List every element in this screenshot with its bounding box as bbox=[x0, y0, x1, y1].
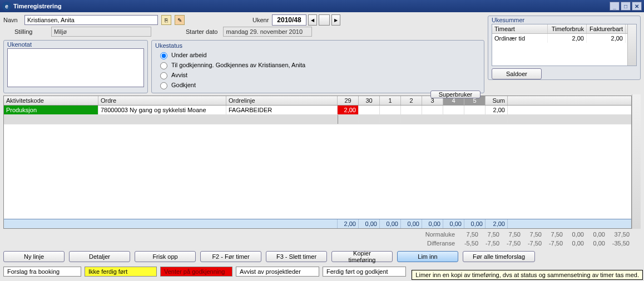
col-sum[interactable]: Sum bbox=[486, 96, 508, 105]
cell-d29[interactable]: 2,00 bbox=[338, 106, 359, 114]
ukenotat-title: Ukenotat bbox=[7, 41, 144, 48]
startdato-label: Starter dato bbox=[186, 28, 217, 35]
cell-linje: FAGARBEIDER bbox=[226, 106, 338, 114]
app-icon: e bbox=[2, 2, 11, 11]
navn-label: Navn bbox=[3, 17, 21, 23]
table-row[interactable]: Ordinær tid 2,00 2,00 bbox=[492, 34, 636, 43]
legend-avvist: Avvist av prosjektleder bbox=[236, 267, 319, 277]
ukesummer-panel: Ukesummer Timeart Timeforbruk Fakturerba… bbox=[488, 16, 641, 80]
legend-venter: Venter på godkjenning bbox=[160, 267, 232, 277]
radio-under-arbeid[interactable]: Under arbeid bbox=[157, 51, 480, 59]
window-title: Timeregistrering bbox=[13, 3, 62, 9]
ny-linje-button[interactable]: Ny linje bbox=[3, 251, 65, 262]
radio-godkjent[interactable]: Godkjent bbox=[157, 81, 480, 89]
minimize-button[interactable]: _ bbox=[610, 2, 620, 11]
scrollbar[interactable] bbox=[627, 24, 636, 66]
close-button[interactable]: ✕ bbox=[632, 2, 642, 11]
col-aktivitet[interactable]: Aktivitetskode bbox=[4, 96, 98, 105]
ukenotat-panel: Ukenotat bbox=[3, 40, 148, 93]
stilling-label: Stilling bbox=[14, 28, 48, 35]
radio-avvist[interactable]: Avvist bbox=[157, 71, 480, 79]
copy-icon[interactable]: ⎘ bbox=[161, 15, 171, 25]
time-grid: Aktivitetskode Ordre Ordrelinje 29 30 1 … bbox=[3, 96, 632, 229]
totals-row: 2,00 0,00 0,00 0,00 0,00 0,00 0,00 2,00 bbox=[4, 219, 631, 228]
col-timeart[interactable]: Timeart bbox=[492, 24, 548, 33]
tooltip: Limer inn en kopi av timeføring, dvs at … bbox=[412, 270, 643, 280]
titlebar: e Timeregistrering _ □ ✕ bbox=[0, 0, 644, 12]
f2-button[interactable]: F2 - Før timer bbox=[200, 251, 261, 262]
grid-body bbox=[4, 124, 631, 219]
startdato-field: mandag 29. november 2010 bbox=[223, 27, 312, 37]
normaluke-row: Normaluke 7,50 7,50 7,50 7,50 7,50 0,00 … bbox=[3, 231, 641, 238]
col-day-2[interactable]: 2 bbox=[401, 96, 422, 105]
calendar-button[interactable] bbox=[319, 14, 330, 26]
ukenr-label: Ukenr bbox=[252, 17, 269, 23]
col-day-1[interactable]: 1 bbox=[380, 96, 401, 105]
ukenr-field[interactable]: 2010/48 bbox=[272, 14, 306, 26]
ukenotat-textarea[interactable] bbox=[7, 48, 144, 87]
cell-sum: 2,00 bbox=[486, 106, 508, 114]
empty-row[interactable] bbox=[4, 115, 631, 124]
col-timeforbruk[interactable]: Timeforbruk bbox=[548, 24, 587, 33]
cell-aktivitet: Produksjon bbox=[4, 106, 98, 114]
detaljer-button[interactable]: Detaljer bbox=[69, 251, 130, 262]
ukesummer-title: Ukesummer bbox=[492, 17, 637, 23]
legend-ferdig: Ferdig ført og godkjent bbox=[323, 267, 406, 277]
legend-booking: Forslag fra booking bbox=[3, 267, 81, 277]
ukestatus-title: Ukestatus bbox=[155, 42, 480, 49]
col-day-29[interactable]: 29 bbox=[338, 96, 359, 105]
ukesummer-table: Timeart Timeforbruk Fakturerbart Ordinær… bbox=[492, 24, 637, 66]
ukestatus-panel: Ukestatus Under arbeid Til godkjenning. … bbox=[151, 40, 484, 93]
stilling-field: Miljø bbox=[51, 27, 151, 37]
differanse-row: Differanse -5,50 -7,50 -7,50 -7,50 -7,50… bbox=[3, 240, 641, 247]
f3-button[interactable]: F3 - Slett timer bbox=[266, 251, 327, 262]
col-day-30[interactable]: 30 bbox=[359, 96, 380, 105]
next-week-button[interactable]: ▶ bbox=[331, 14, 340, 26]
note-icon[interactable]: ✎ bbox=[175, 15, 185, 25]
lim-inn-button[interactable]: Lim inn bbox=[397, 251, 458, 262]
alle-button[interactable]: Før alle timeforslag bbox=[463, 251, 535, 262]
col-fakturerbart[interactable]: Fakturerbart bbox=[587, 24, 626, 33]
maximize-button[interactable]: □ bbox=[621, 2, 631, 11]
frisk-opp-button[interactable]: Frisk opp bbox=[135, 251, 196, 262]
navn-field[interactable]: Kristiansen, Anita bbox=[24, 15, 158, 25]
prev-week-button[interactable]: ◀ bbox=[308, 14, 317, 26]
superbruker-button[interactable]: Superbruker bbox=[430, 91, 480, 98]
legend-ikke: Ikke ferdig ført bbox=[85, 267, 157, 277]
cell-ordre: 78000003 Ny gang og sykkelsti Moane bbox=[98, 106, 226, 114]
radio-godkjenning[interactable]: Til godkjenning. Godkjennes av Kristians… bbox=[157, 61, 480, 69]
kopier-button[interactable]: Kopier timeføring bbox=[331, 251, 393, 262]
saldoer-button[interactable]: Saldoer bbox=[492, 68, 542, 79]
col-linje[interactable]: Ordrelinje bbox=[226, 96, 338, 105]
col-ordre[interactable]: Ordre bbox=[98, 96, 226, 105]
grid-scrollbar[interactable] bbox=[632, 94, 641, 229]
table-row[interactable]: Produksjon 78000003 Ny gang og sykkelsti… bbox=[4, 106, 631, 115]
